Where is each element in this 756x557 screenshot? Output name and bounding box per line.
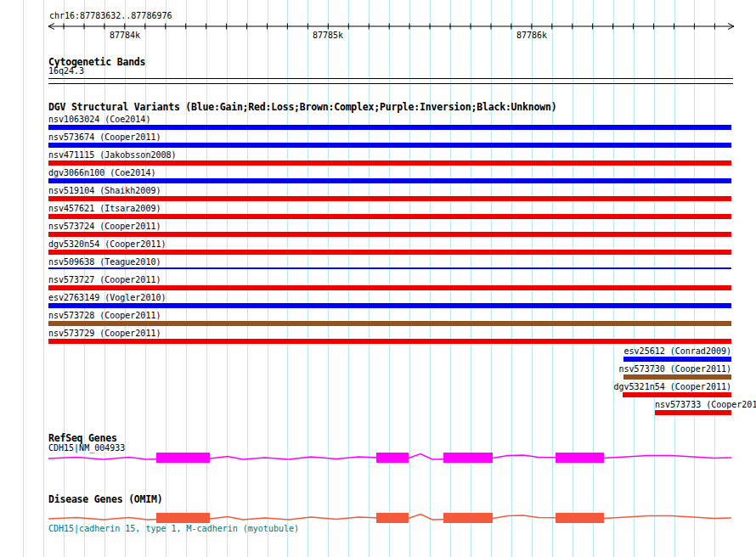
- variant-bar[interactable]: [655, 410, 731, 415]
- variant-bar[interactable]: [48, 267, 731, 269]
- variant-label[interactable]: esv25612 (Conrad2009): [624, 347, 731, 356]
- variant-label[interactable]: nsv573674 (Cooper2011): [48, 133, 161, 142]
- variant-bar[interactable]: [48, 339, 731, 344]
- omim-track-title: Disease Genes (OMIM): [48, 494, 162, 504]
- variant-label[interactable]: nsv509638 (Teague2010): [48, 258, 161, 267]
- variant-label[interactable]: nsv573727 (Cooper2011): [48, 276, 161, 284]
- genome-browser-view: chr16:87783632..87786976 87784k87785k877…: [0, 0, 756, 557]
- variant-bar[interactable]: [623, 374, 731, 380]
- variant-label[interactable]: esv2763149 (Vogler2010): [48, 294, 166, 302]
- variant-bar[interactable]: [48, 303, 731, 308]
- omim-gene-label: CDH15|cadherin 15, type 1, M-cadherin (m…: [48, 525, 299, 533]
- variant-bar[interactable]: [48, 178, 731, 183]
- region-position-label: chr16:87783632..87786976: [49, 12, 172, 20]
- variant-label[interactable]: dgv5321n54 (Cooper2011): [614, 383, 731, 391]
- variant-bar[interactable]: [48, 285, 731, 290]
- variant-label[interactable]: dgv5320n54 (Cooper2011): [48, 240, 166, 249]
- variant-bar[interactable]: [48, 250, 731, 255]
- ruler-major-tick-label: 87785k: [313, 31, 343, 40]
- variant-bar[interactable]: [623, 357, 731, 362]
- variant-bar[interactable]: [48, 214, 731, 219]
- refseq-gene-glyph[interactable]: [0, 450, 756, 467]
- gridline: [23, 0, 24, 557]
- variant-bar[interactable]: [48, 196, 731, 201]
- variant-label[interactable]: nsv573733 (Cooper2011): [655, 401, 756, 409]
- variant-label[interactable]: nsv573730 (Cooper2011): [619, 365, 731, 374]
- variant-label[interactable]: nsv519104 (Shaikh2009): [48, 187, 161, 195]
- variant-bar[interactable]: [48, 160, 731, 166]
- variant-label[interactable]: nsv573724 (Cooper2011): [48, 222, 161, 231]
- variant-label[interactable]: dgv3066n100 (Coe2014): [48, 169, 155, 177]
- variant-bar[interactable]: [623, 392, 731, 397]
- refseq-track-title: RefSeq Genes: [48, 433, 117, 443]
- variant-label[interactable]: nsv1063024 (Coe2014): [48, 115, 150, 124]
- variant-label[interactable]: nsv573728 (Cooper2011): [48, 312, 161, 320]
- variant-bar[interactable]: [48, 321, 731, 326]
- variant-bar[interactable]: [48, 143, 731, 148]
- cytoband-label: 16q24.3: [48, 67, 84, 76]
- cytoband-glyph[interactable]: [48, 78, 733, 84]
- variant-label[interactable]: nsv471115 (Jakobsson2008): [48, 151, 177, 160]
- ruler-major-tick-label: 87784k: [110, 31, 140, 40]
- gridline: [43, 0, 44, 557]
- dgv-track-title: DGV Structural Variants (Blue:Gain;Red:L…: [48, 102, 556, 112]
- variant-bar[interactable]: [48, 125, 731, 130]
- variant-label[interactable]: nsv457621 (Itsara2009): [48, 205, 161, 213]
- variant-label[interactable]: nsv573729 (Cooper2011): [48, 329, 161, 338]
- ruler-major-tick-label: 87786k: [516, 31, 547, 40]
- variant-bar[interactable]: [48, 232, 731, 237]
